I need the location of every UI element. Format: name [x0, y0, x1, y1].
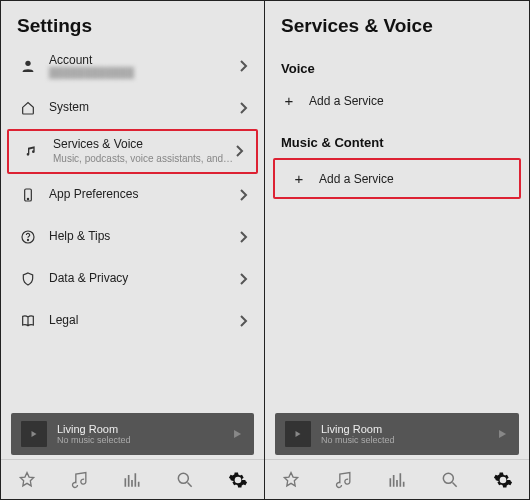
services-voice-pane: Services & Voice Voice + Add a Service M… — [265, 1, 529, 499]
settings-item-account[interactable]: Account ████████████ — [5, 45, 260, 87]
settings-pane: Settings Account ████████████ — [1, 1, 265, 499]
tab-rooms[interactable] — [371, 460, 424, 499]
tab-settings[interactable] — [476, 460, 529, 499]
settings-item-label: Legal — [49, 314, 238, 328]
play-icon[interactable] — [495, 427, 509, 441]
now-playing-room: Living Room — [57, 423, 230, 435]
settings-item-sublabel: Music, podcasts, voice assistants, and m… — [53, 153, 234, 165]
settings-item-label: Help & Tips — [49, 230, 238, 244]
play-icon[interactable] — [230, 427, 244, 441]
settings-item-label: Account — [49, 54, 238, 68]
now-playing-status: No music selected — [321, 435, 495, 445]
book-icon — [17, 313, 39, 329]
svg-point-4 — [27, 239, 28, 240]
album-art-icon — [285, 421, 311, 447]
tab-search[interactable] — [423, 460, 476, 499]
shield-icon — [17, 271, 39, 287]
chevron-right-icon — [238, 59, 248, 73]
person-icon — [17, 58, 39, 74]
settings-item-label: System — [49, 101, 238, 115]
settings-item-label: Services & Voice — [53, 138, 234, 152]
music-notes-icon — [21, 143, 43, 159]
settings-item-legal[interactable]: Legal — [5, 300, 260, 342]
tab-rooms[interactable] — [106, 460, 159, 499]
now-playing-status: No music selected — [57, 435, 230, 445]
settings-item-services-voice[interactable]: Services & Voice Music, podcasts, voice … — [7, 129, 258, 174]
chevron-right-icon — [234, 144, 244, 158]
phone-icon — [17, 187, 39, 203]
chevron-right-icon — [238, 188, 248, 202]
page-title: Settings — [1, 1, 264, 45]
add-service-label: Add a Service — [297, 94, 384, 108]
add-service-label: Add a Service — [307, 172, 394, 186]
chevron-right-icon — [238, 230, 248, 244]
chevron-right-icon — [238, 314, 248, 328]
tab-favorites[interactable] — [1, 460, 54, 499]
question-circle-icon — [17, 229, 39, 245]
tab-bar — [1, 459, 264, 499]
chevron-right-icon — [238, 101, 248, 115]
svg-point-2 — [27, 198, 28, 199]
tab-search[interactable] — [159, 460, 212, 499]
tab-settings[interactable] — [211, 460, 264, 499]
settings-item-system[interactable]: System — [5, 87, 260, 129]
tab-music[interactable] — [54, 460, 107, 499]
add-service-voice[interactable]: + Add a Service — [265, 82, 529, 119]
page-title: Services & Voice — [265, 1, 529, 45]
settings-item-help-tips[interactable]: Help & Tips — [5, 216, 260, 258]
settings-item-data-privacy[interactable]: Data & Privacy — [5, 258, 260, 300]
now-playing-bar[interactable]: Living Room No music selected — [11, 413, 254, 455]
settings-list: Account ████████████ System — [1, 45, 264, 342]
plus-icon: + — [281, 92, 297, 109]
tab-bar — [265, 459, 529, 499]
svg-point-5 — [178, 473, 188, 483]
section-heading-voice: Voice — [265, 45, 529, 82]
album-art-icon — [21, 421, 47, 447]
now-playing-bar[interactable]: Living Room No music selected — [275, 413, 519, 455]
tab-favorites[interactable] — [265, 460, 318, 499]
svg-point-6 — [443, 473, 453, 483]
now-playing-room: Living Room — [321, 423, 495, 435]
section-heading-music-content: Music & Content — [265, 119, 529, 156]
account-email-redacted: ████████████ — [49, 67, 238, 78]
svg-point-0 — [25, 61, 30, 66]
house-icon — [17, 100, 39, 116]
tab-music[interactable] — [318, 460, 371, 499]
settings-item-label: Data & Privacy — [49, 272, 238, 286]
settings-item-app-preferences[interactable]: App Preferences — [5, 174, 260, 216]
plus-icon: + — [291, 170, 307, 187]
settings-item-label: App Preferences — [49, 188, 238, 202]
add-service-music[interactable]: + Add a Service — [273, 158, 521, 199]
chevron-right-icon — [238, 272, 248, 286]
